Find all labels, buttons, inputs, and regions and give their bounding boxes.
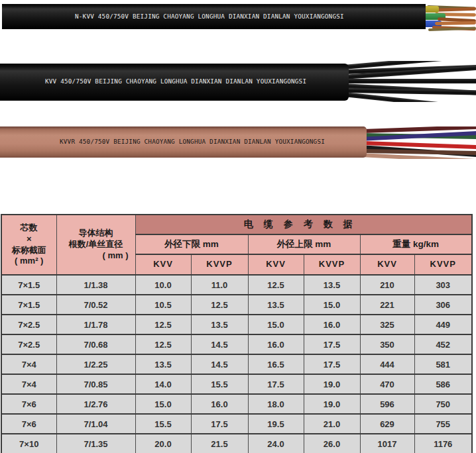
table-row: 7×6 1/2.76 15.0 16.0 18.0 19.0 596 750 [1,394,472,414]
header-od-upper: 外径上限 mm [248,234,360,254]
table-cell: 7/0.85 [56,374,135,394]
table-cell: 26.0 [304,434,360,453]
table-cell: 1/1.38 [56,275,135,295]
cable-kvvr-wire-end [361,126,476,159]
table-cell: 1/2.25 [56,354,135,374]
table-cell: 7/0.52 [56,295,135,315]
table-cell: 306 [414,295,472,315]
table-cell: 303 [414,275,472,295]
header-group-reference-data: 电缆参考数据 [135,215,472,234]
table-cell: 7/1.04 [56,414,135,434]
cable-kvvr-print-label: KVVR 450/750V BEIJING CHAOYANG LONGHUA D… [60,138,325,145]
table-cell: 325 [360,315,414,334]
table-cell: 21.0 [304,414,360,434]
cable-spec-table: 芯数 × 标称截面 ( mm² ) 导体结构 根数/单丝直径 ( mm ) 电缆… [1,214,473,453]
wire-strand-copper [435,21,476,25]
wire-strand-black [343,79,476,83]
table-cell: 14.5 [191,354,248,374]
table-row: 7×10 7/1.35 20.0 21.5 24.0 26.0 1017 117… [1,434,472,453]
table-cell: 7×4 [1,354,56,374]
header-conductor-line1: 导体结构 [57,228,135,239]
cable-kvv-wire-end [343,61,476,102]
table-cell: 16.0 [191,394,248,414]
table-cell: 19.0 [304,374,360,394]
table-cell: 629 [360,414,414,434]
table-cell: 444 [360,354,414,374]
table-cell: 19.5 [248,414,304,434]
table-cell: 14.5 [191,334,248,354]
cable-photo-kvv: KVV 450/750V BEIJING CHAOYANG LONGHUA DI… [0,64,476,101]
table-cell: 7/0.68 [56,334,135,354]
table-row: 7×6 7/1.04 15.5 17.5 19.5 21.0 629 755 [1,414,472,434]
header-conductor-line2: 根数/单丝直径 [57,239,135,250]
table-cell: 449 [414,315,472,334]
header-conductor-line3: ( mm ) [57,250,135,262]
table-cell: 581 [414,354,472,374]
table-cell: 12.5 [135,334,191,354]
header-core-size-line4: ( mm² ) [2,256,56,267]
header-od-lower: 外径下限 mm [135,234,248,254]
table-cell: 7/1.35 [56,434,135,453]
table-cell: 596 [360,394,414,414]
header-weight: 重量 kg/km [360,234,472,254]
header-kvv-weight: KVV [360,254,414,275]
table-cell: 15.0 [248,315,304,334]
table-cell: 16.0 [304,315,360,334]
table-cell: 7×4 [1,374,56,394]
table-cell: 1/1.78 [56,315,135,334]
cable-photo-kvvr: KVVR 450/750V BEIJING CHAOYANG LONGHUA D… [0,126,476,158]
table-cell: 16.5 [248,354,304,374]
table-cell: 7×1.5 [1,275,56,295]
table-cell: 12.5 [135,315,191,334]
table-cell: 18.0 [248,394,304,414]
header-kvv-od-lower: KVV [135,254,191,275]
table-cell: 452 [414,334,472,354]
table-row: 7×4 1/2.25 13.5 14.5 16.5 17.5 444 581 [1,354,472,374]
table-cell: 12.5 [191,295,248,315]
table-cell: 7×1.5 [1,295,56,315]
table-cell: 10.5 [135,295,191,315]
header-core-size-line1: 芯数 [2,223,56,234]
cable-photo-nkvv: N-KVV 450/750V BEIJING CHAOYANG LONGHUA … [0,4,476,29]
cable-kvv-print-label: KVV 450/750V BEIJING CHAOYANG LONGHUA DI… [45,77,306,85]
table-cell: 17.5 [248,374,304,394]
table-cell: 17.5 [304,354,360,374]
table-cell: 1/2.76 [56,394,135,414]
table-cell: 7×2.5 [1,315,56,334]
table-cell: 221 [360,295,414,315]
table-cell: 20.0 [135,434,191,453]
table-row: 7×1.5 7/0.52 10.5 12.5 13.5 15.0 221 306 [1,295,472,315]
cable-product-page: { "page_title": "KVV control cable produ… [0,0,476,453]
header-core-size: 芯数 × 标称截面 ( mm² ) [1,215,56,275]
table-cell: 15.0 [304,295,360,315]
table-row: 7×1.5 1/1.38 10.0 11.0 12.5 13.5 210 303 [1,275,472,295]
table-cell: 15.5 [135,414,191,434]
header-core-size-line3: 标称截面 [2,245,56,256]
table-cell: 14.0 [135,374,191,394]
table-cell: 11.0 [191,275,248,295]
table-row: 7×2.5 7/0.68 12.5 14.5 16.0 17.5 350 452 [1,334,472,354]
table-cell: 16.0 [248,334,304,354]
table-cell: 470 [360,374,414,394]
table-cell: 21.5 [191,434,248,453]
table-cell: 7×2.5 [1,334,56,354]
cable-nkvv-print-label: N-KVV 450/750V BEIJING CHAOYANG LONGHUA … [75,13,344,20]
table-cell: 13.5 [304,275,360,295]
table-cell: 17.5 [191,414,248,434]
table-cell: 750 [414,394,472,414]
cable-nkvv-wire-end [422,4,476,32]
table-cell: 15.0 [135,394,191,414]
header-kvvp-od-lower: KVVP [191,254,248,275]
table-cell: 586 [414,374,472,394]
table-cell: 13.5 [191,315,248,334]
table-row: 7×4 7/0.85 14.0 15.5 17.5 19.0 470 586 [1,374,472,394]
header-core-size-line2: × [2,234,56,245]
table-cell: 350 [360,334,414,354]
table-cell: 1176 [414,434,472,453]
table-cell: 24.0 [248,434,304,453]
header-conductor-structure: 导体结构 根数/单丝直径 ( mm ) [56,215,135,275]
header-kvv-od-upper: KVV [248,254,304,275]
table-row: 7×2.5 1/1.78 12.5 13.5 15.0 16.0 325 449 [1,315,472,334]
table-cell: 10.0 [135,275,191,295]
table-cell: 13.5 [135,354,191,374]
